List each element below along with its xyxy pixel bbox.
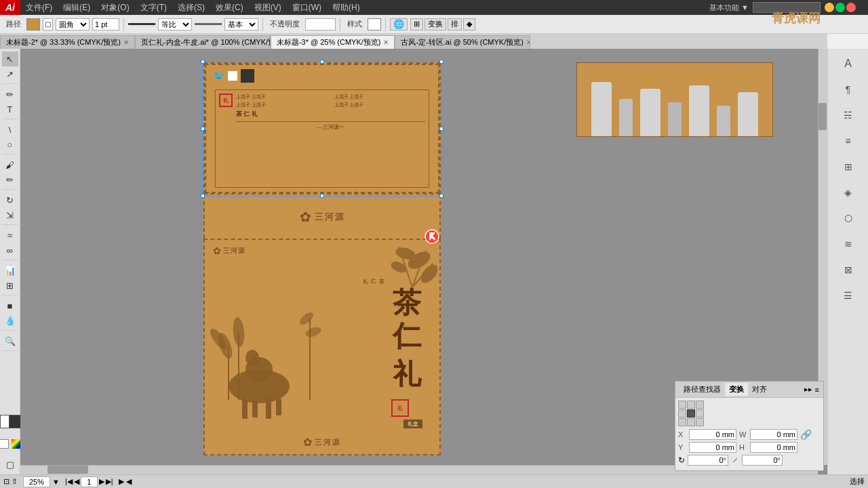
- color-stack[interactable]: [0, 415, 20, 435]
- stroke-color[interactable]: [26, 18, 40, 30]
- menu-object[interactable]: 对象(O): [96, 0, 134, 15]
- maximize-button[interactable]: [835, 3, 845, 12]
- corner-select[interactable]: 圆角: [56, 18, 90, 30]
- panel-tab-transform[interactable]: 变换: [725, 383, 748, 396]
- menu-view[interactable]: 视图(V): [249, 0, 287, 15]
- base-select[interactable]: 基本: [224, 18, 258, 30]
- type-tool[interactable]: T: [2, 102, 18, 117]
- bird-icon: 🐦: [213, 70, 224, 82]
- right-btn-3[interactable]: ☵: [835, 103, 862, 127]
- tab-1[interactable]: 页仁礼-内盒-牛皮.ai* @ 100% (CMYK/预览) ✕: [135, 35, 271, 49]
- paintbrush-tool[interactable]: 🖌: [2, 157, 18, 172]
- menu-help[interactable]: 帮助(H): [327, 0, 366, 15]
- selection-tool[interactable]: ↖: [2, 52, 18, 66]
- rotate-tool[interactable]: ↻: [2, 192, 18, 207]
- zoom-status[interactable]: ▼: [23, 476, 60, 487]
- anchor-br[interactable]: [696, 418, 704, 426]
- right-btn-4[interactable]: ≡: [835, 129, 862, 153]
- blend-tool[interactable]: ∞: [2, 243, 18, 258]
- w-input[interactable]: [750, 429, 797, 440]
- cutout-3: [640, 89, 660, 136]
- pen-tool[interactable]: ✏: [2, 87, 18, 102]
- menu-window[interactable]: 窗口(W): [287, 0, 327, 15]
- warp-tool[interactable]: ≈: [2, 228, 18, 243]
- anchor-mr[interactable]: [696, 409, 704, 418]
- anchor-mm[interactable]: [687, 409, 695, 418]
- x-input[interactable]: [689, 429, 736, 440]
- zoom-input[interactable]: [23, 476, 50, 487]
- scale-tool[interactable]: ⇲: [2, 207, 18, 222]
- tab-3[interactable]: 古风-定-转区.ai @ 50% (CMYK/预览) ✕: [395, 35, 530, 49]
- page-input[interactable]: [81, 476, 98, 487]
- extra-btn[interactable]: ◆: [463, 18, 475, 30]
- zoom-dropdown[interactable]: ▼: [52, 478, 60, 486]
- stroke-width-input[interactable]: [92, 18, 119, 30]
- pencil-tool[interactable]: ✏: [2, 172, 18, 187]
- panel-expand[interactable]: ▸▸: [804, 385, 812, 394]
- horizontal-scroll-thumb[interactable]: [47, 466, 88, 474]
- panel-tab-align[interactable]: 对齐: [748, 383, 771, 396]
- right-btn-10[interactable]: ☰: [835, 283, 862, 308]
- globe-btn[interactable]: 🌐: [390, 18, 408, 30]
- right-btn-1[interactable]: A: [835, 52, 862, 76]
- direct-selection-tool[interactable]: ↗: [2, 66, 18, 81]
- align-btn[interactable]: ⊞: [410, 18, 423, 30]
- menu-edit[interactable]: 编辑(E): [58, 0, 96, 15]
- tab-3-close[interactable]: ✕: [526, 39, 531, 46]
- nav-next[interactable]: ▶: [99, 477, 104, 486]
- no-color-swatch[interactable]: [0, 439, 9, 449]
- stop-btn[interactable]: ◀: [126, 477, 132, 486]
- tab-0[interactable]: 未标题-2* @ 33.33% (CMYK/预览) ✕: [0, 35, 135, 49]
- tab-2[interactable]: 未标题-3* @ 25% (CMYK/预览) ✕: [271, 35, 395, 49]
- y-input[interactable]: [689, 442, 736, 453]
- right-btn-2[interactable]: ¶: [835, 77, 862, 102]
- anchor-bl[interactable]: [678, 418, 686, 426]
- arrange-btn[interactable]: 排: [448, 18, 462, 30]
- menu-text[interactable]: 文字(T): [135, 0, 172, 15]
- eyedropper-tool[interactable]: 💧: [2, 313, 18, 328]
- zoom-tool[interactable]: 🔍: [2, 333, 18, 348]
- stroke-style-selector[interactable]: ▢: [43, 18, 53, 30]
- scale-select[interactable]: 等比: [158, 18, 192, 30]
- panel-menu[interactable]: ≡: [815, 386, 819, 394]
- menu-effect[interactable]: 效果(C): [210, 0, 249, 15]
- right-btn-5[interactable]: ⊞: [835, 155, 862, 179]
- angle2-input[interactable]: [742, 455, 783, 466]
- link-icon[interactable]: 🔗: [800, 429, 812, 440]
- ellipse-tool[interactable]: ○: [2, 137, 18, 152]
- tab-2-close[interactable]: ✕: [383, 39, 389, 46]
- minimize-button[interactable]: [825, 3, 834, 12]
- transform-btn[interactable]: 变换: [425, 18, 446, 30]
- cutout-4: [668, 102, 682, 136]
- opacity-input[interactable]: 100%: [305, 18, 336, 30]
- right-btn-6[interactable]: ◈: [835, 180, 862, 205]
- artboard-tool[interactable]: ▢: [2, 457, 18, 472]
- anchor-tl[interactable]: [678, 401, 686, 409]
- vertical-scroll-thumb[interactable]: [818, 103, 827, 130]
- nav-prev-start[interactable]: |◀: [65, 477, 73, 486]
- color-mode-btn[interactable]: [12, 439, 21, 449]
- style-box[interactable]: [368, 18, 381, 30]
- menu-select[interactable]: 选择(S): [172, 0, 210, 15]
- tab-0-close[interactable]: ✕: [123, 39, 129, 46]
- line-tool[interactable]: \: [2, 122, 18, 137]
- play-btn[interactable]: ▶: [119, 477, 124, 486]
- right-btn-7[interactable]: ⬡: [835, 206, 862, 230]
- h-input[interactable]: [750, 442, 797, 453]
- menu-file[interactable]: 文件(F): [20, 0, 58, 15]
- anchor-tm[interactable]: [687, 401, 695, 409]
- close-button[interactable]: [846, 3, 856, 12]
- right-btn-8[interactable]: ≋: [835, 232, 862, 256]
- anchor-grid[interactable]: [678, 401, 704, 426]
- gradient-tool[interactable]: ■: [2, 298, 18, 313]
- right-btn-9[interactable]: ⊠: [835, 258, 862, 282]
- mesh-tool[interactable]: ⊞: [2, 278, 18, 293]
- panel-tab-pathfinder[interactable]: 路径查找器: [679, 383, 725, 396]
- angle1-input[interactable]: [688, 455, 728, 466]
- nav-next-end[interactable]: ▶|: [106, 477, 113, 486]
- anchor-bm[interactable]: [687, 418, 695, 426]
- anchor-ml[interactable]: [678, 409, 686, 418]
- anchor-tr[interactable]: [696, 401, 704, 409]
- nav-prev[interactable]: ◀: [74, 477, 79, 486]
- column-graph-tool[interactable]: 📊: [2, 263, 18, 278]
